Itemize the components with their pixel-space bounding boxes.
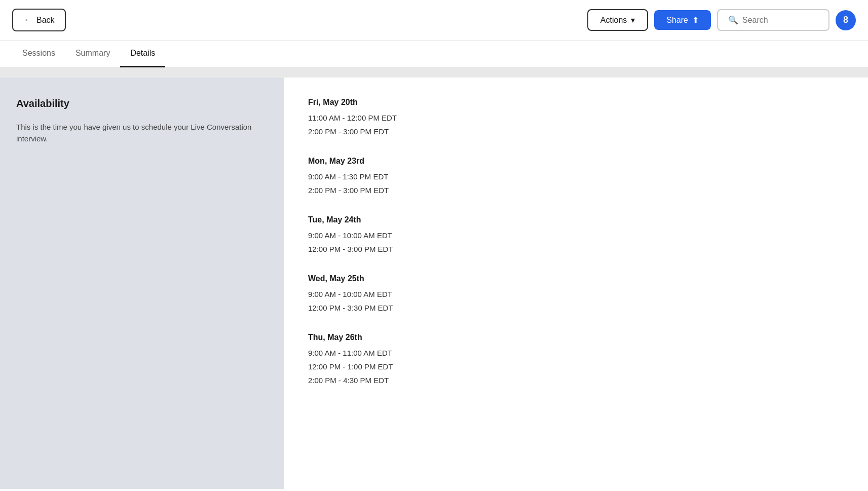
schedule-slot: 12:00 PM - 3:00 PM EDT (308, 242, 844, 256)
tab-details[interactable]: Details (120, 41, 165, 67)
tab-sessions[interactable]: Sessions (12, 41, 65, 67)
tabs-container: Sessions Summary Details (0, 41, 868, 67)
schedule-slot: 9:00 AM - 11:00 AM EDT (308, 346, 844, 360)
actions-button[interactable]: Actions ▾ (587, 9, 648, 31)
schedule-day: Wed, May 25th (308, 274, 844, 283)
actions-label: Actions (600, 16, 627, 25)
share-icon: ⬆ (692, 15, 699, 25)
back-label: Back (36, 16, 55, 25)
schedule-slot: 2:00 PM - 3:00 PM EDT (308, 183, 844, 197)
share-label: Share (666, 16, 688, 25)
notification-badge[interactable]: 8 (836, 10, 856, 30)
schedule-slot: 12:00 PM - 3:30 PM EDT (308, 301, 844, 315)
schedule-group: Wed, May 25th9:00 AM - 10:00 AM EDT12:00… (308, 274, 844, 315)
schedule-slot: 9:00 AM - 10:00 AM EDT (308, 229, 844, 242)
main-content: Availability This is the time you have g… (0, 78, 868, 489)
back-arrow-icon: ← (23, 15, 32, 25)
back-button[interactable]: ← Back (12, 9, 66, 31)
schedule-slot: 2:00 PM - 4:30 PM EDT (308, 373, 844, 387)
search-box[interactable]: 🔍 (717, 9, 829, 31)
search-input[interactable] (742, 16, 818, 25)
schedule-day: Mon, May 23rd (308, 157, 844, 166)
schedule-day: Fri, May 20th (308, 98, 844, 107)
schedule-day: Tue, May 24th (308, 215, 844, 224)
availability-description: This is the time you have given us to sc… (16, 122, 268, 144)
right-panel: Fri, May 20th11:00 AM - 12:00 PM EDT2:00… (284, 78, 868, 489)
search-icon: 🔍 (728, 15, 738, 25)
schedule-slot: 9:00 AM - 10:00 AM EDT (308, 287, 844, 301)
schedule-day: Thu, May 26th (308, 333, 844, 342)
header-right: Actions ▾ Share ⬆ 🔍 8 (587, 9, 856, 31)
share-button[interactable]: Share ⬆ (654, 10, 711, 30)
header-left: ← Back (12, 9, 66, 31)
schedule-group: Tue, May 24th9:00 AM - 10:00 AM EDT12:00… (308, 215, 844, 256)
tab-summary[interactable]: Summary (65, 41, 120, 67)
chevron-down-icon: ▾ (631, 15, 635, 25)
schedule-slot: 11:00 AM - 12:00 PM EDT (308, 111, 844, 125)
schedule-group: Mon, May 23rd9:00 AM - 1:30 PM EDT2:00 P… (308, 157, 844, 197)
left-panel: Availability This is the time you have g… (0, 78, 284, 489)
schedule-slot: 2:00 PM - 3:00 PM EDT (308, 125, 844, 138)
schedule-slot: 9:00 AM - 1:30 PM EDT (308, 170, 844, 183)
schedule-group: Fri, May 20th11:00 AM - 12:00 PM EDT2:00… (308, 98, 844, 138)
schedule-slot: 12:00 PM - 1:00 PM EDT (308, 360, 844, 373)
availability-title: Availability (16, 98, 268, 109)
notification-count: 8 (843, 15, 848, 25)
header: ← Back Actions ▾ Share ⬆ 🔍 8 (0, 0, 868, 41)
schedule-group: Thu, May 26th9:00 AM - 11:00 AM EDT12:00… (308, 333, 844, 387)
sub-header-strip (0, 67, 868, 78)
